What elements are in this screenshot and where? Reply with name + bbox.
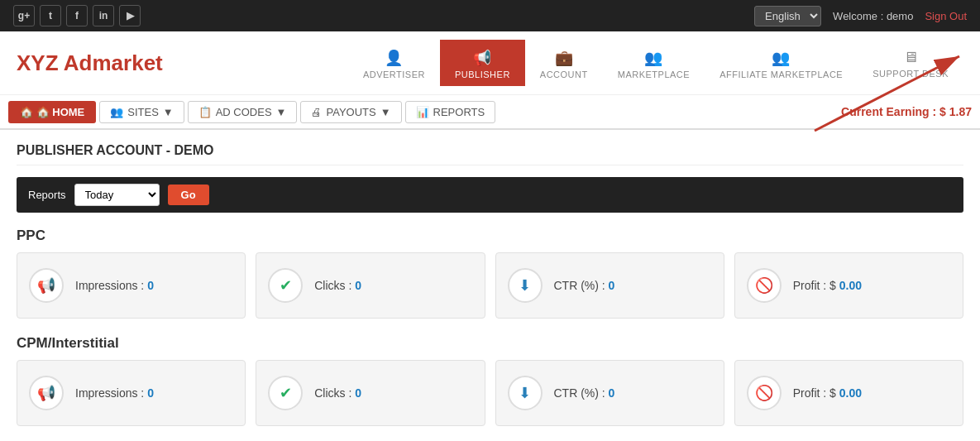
account-icon: 💼 <box>555 49 574 67</box>
header: XYZ Admarket 👤 ADVERTISER 📢 PUBLISHER 💼 … <box>0 31 980 95</box>
advertiser-icon: 👤 <box>385 49 404 67</box>
ppc-impressions-icon-wrap: 📢 <box>29 268 64 303</box>
megaphone-icon: 📢 <box>37 276 55 295</box>
social-gplus[interactable]: g+ <box>13 5 35 26</box>
ppc-profit-label: Profit : $ 0.00 <box>793 279 862 292</box>
top-bar: g+ t f in ▶ English Welcome : demo Sign … <box>0 0 980 31</box>
ppc-impressions-card: 📢 Impressions : 0 <box>17 252 246 319</box>
adcodes-button[interactable]: 📋 AD CODES ▼ <box>188 101 298 123</box>
cpm-impressions-value: 0 <box>147 386 154 400</box>
nav-support-label: SUPPORT DESK <box>872 69 949 79</box>
ppc-ctr-icon-wrap: ⬇ <box>508 268 543 303</box>
cpm-impressions-label: Impressions : 0 <box>75 386 154 400</box>
ppc-clicks-card: ✔ Clicks : 0 <box>256 252 485 319</box>
ban2-icon: 🚫 <box>755 384 773 402</box>
social-facebook[interactable]: f <box>66 5 88 26</box>
social-linkedin[interactable]: in <box>93 5 114 26</box>
ppc-ctr-value: 0 <box>609 279 615 292</box>
current-earning: Current Earning : $ 1.87 <box>841 105 972 118</box>
cpm-profit-icon-wrap: 🚫 <box>747 376 782 410</box>
ppc-impressions-value: 0 <box>147 279 154 292</box>
adcodes-icon: 📋 <box>198 106 212 118</box>
nav-advertiser-label: ADVERTISER <box>363 70 425 79</box>
checkmark2-icon: ✔ <box>280 384 292 402</box>
ppc-ctr-label: CTR (%) : 0 <box>554 279 615 292</box>
cpm-ctr-value: 0 <box>609 386 615 400</box>
cpm-clicks-icon-wrap: ✔ <box>268 376 303 410</box>
publisher-icon: 📢 <box>473 49 492 67</box>
reports-button[interactable]: 📊 REPORTS <box>405 101 496 123</box>
nav-publisher[interactable]: 📢 PUBLISHER <box>440 40 525 86</box>
language-selector[interactable]: English <box>754 6 821 26</box>
ppc-clicks-value: 0 <box>355 279 361 292</box>
affiliate-icon: 👥 <box>772 49 791 67</box>
reports-bar: Reports Today Yesterday This Week This M… <box>17 177 963 213</box>
sites-button[interactable]: 👥 SITES ▼ <box>99 101 184 123</box>
ppc-clicks-icon-wrap: ✔ <box>268 268 303 303</box>
ppc-section-label: PPC <box>17 228 963 244</box>
download-icon: ⬇ <box>519 276 531 295</box>
payouts-icon: 🖨 <box>311 106 322 118</box>
nav-marketplace[interactable]: 👥 MARKETPLACE <box>603 40 705 86</box>
sites-icon: 👥 <box>110 106 123 118</box>
nav-account[interactable]: 💼 ACCOUNT <box>525 40 603 86</box>
social-icons: g+ t f in ▶ <box>13 5 141 26</box>
ban-icon: 🚫 <box>755 276 773 295</box>
reports-bar-label: Reports <box>28 189 66 201</box>
main-nav: 👤 ADVERTISER 📢 PUBLISHER 💼 ACCOUNT 👥 MAR… <box>348 40 963 86</box>
sites-caret: ▼ <box>163 106 174 118</box>
period-select[interactable]: Today Yesterday This Week This Month <box>74 184 160 206</box>
support-icon: 🖥 <box>903 49 919 66</box>
social-youtube[interactable]: ▶ <box>119 5 141 26</box>
reports-icon: 📊 <box>416 106 429 118</box>
ppc-profit-icon-wrap: 🚫 <box>747 268 782 303</box>
cpm-clicks-card: ✔ Clicks : 0 <box>256 360 485 426</box>
cpm-impressions-card: 📢 Impressions : 0 <box>17 360 246 426</box>
megaphone2-icon: 📢 <box>37 384 55 402</box>
download2-icon: ⬇ <box>519 384 531 402</box>
cpm-clicks-value: 0 <box>355 386 361 400</box>
ppc-clicks-label: Clicks : 0 <box>314 279 361 292</box>
cpm-ctr-icon-wrap: ⬇ <box>508 376 543 410</box>
nav-marketplace-label: MARKETPLACE <box>618 70 690 79</box>
payouts-button[interactable]: 🖨 PAYOUTS ▼ <box>300 101 401 123</box>
marketplace-icon: 👥 <box>644 49 663 67</box>
cpm-impressions-icon-wrap: 📢 <box>29 376 64 410</box>
adcodes-caret: ▼ <box>276 106 287 118</box>
nav-publisher-label: PUBLISHER <box>455 70 510 79</box>
page-title: PUBLISHER ACCOUNT - DEMO <box>17 143 963 165</box>
nav-affiliate[interactable]: 👥 AFFILIATE MARKETPLACE <box>705 40 858 86</box>
ppc-ctr-card: ⬇ CTR (%) : 0 <box>495 252 724 319</box>
ppc-stats-grid: 📢 Impressions : 0 ✔ Clicks : 0 ⬇ <box>17 252 963 319</box>
nav-advertiser[interactable]: 👤 ADVERTISER <box>348 40 440 86</box>
sub-nav: 🏠 🏠 HOME 👥 SITES ▼ 📋 AD CODES ▼ 🖨 PAYOUT… <box>0 95 980 130</box>
cpm-profit-value: 0.00 <box>839 386 862 400</box>
cpm-ctr-label: CTR (%) : 0 <box>554 386 615 400</box>
payouts-caret: ▼ <box>380 106 391 118</box>
cpm-ctr-card: ⬇ CTR (%) : 0 <box>495 360 724 426</box>
cpm-profit-card: 🚫 Profit : $ 0.00 <box>734 360 963 426</box>
top-bar-right: English Welcome : demo Sign Out <box>754 6 967 26</box>
cpm-profit-label: Profit : $ 0.00 <box>793 386 862 400</box>
cpm-section-label: CPM/Interstitial <box>17 335 963 352</box>
welcome-text: Welcome : demo <box>833 10 913 22</box>
cpm-stats-grid: 📢 Impressions : 0 ✔ Clicks : 0 ⬇ <box>17 360 963 426</box>
ppc-profit-value: 0.00 <box>839 279 862 292</box>
page-content: PUBLISHER ACCOUNT - DEMO Reports Today Y… <box>0 130 980 441</box>
home-button[interactable]: 🏠 🏠 HOME <box>8 101 96 123</box>
nav-account-label: ACCOUNT <box>540 70 588 79</box>
checkmark-icon: ✔ <box>280 276 292 295</box>
social-twitter[interactable]: t <box>40 5 61 26</box>
nav-affiliate-label: AFFILIATE MARKETPLACE <box>719 70 843 79</box>
brand-logo[interactable]: XYZ Admarket <box>17 50 163 76</box>
ppc-impressions-label: Impressions : 0 <box>75 279 154 292</box>
nav-support[interactable]: 🖥 SUPPORT DESK <box>858 40 963 86</box>
signout-link[interactable]: Sign Out <box>925 10 967 22</box>
go-button[interactable]: Go <box>168 185 209 205</box>
ppc-profit-card: 🚫 Profit : $ 0.00 <box>734 252 963 319</box>
cpm-clicks-label: Clicks : 0 <box>314 386 361 400</box>
sub-nav-left: 🏠 🏠 HOME 👥 SITES ▼ 📋 AD CODES ▼ 🖨 PAYOUT… <box>8 101 841 123</box>
